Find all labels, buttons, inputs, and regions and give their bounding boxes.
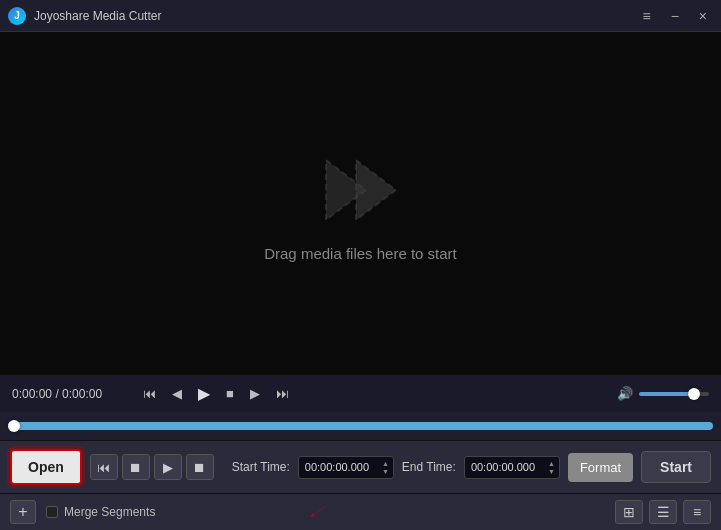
bottom-section: Open ⏮ ⏹ ▶ ⏹ Start Time: 00:00:00.000 ▲ … bbox=[0, 440, 721, 530]
end-time-down[interactable]: ▼ bbox=[548, 468, 555, 475]
settings-button[interactable]: ≡ bbox=[683, 500, 711, 524]
skip-back-button[interactable]: ⏮ bbox=[138, 383, 161, 404]
grid-view-button[interactable]: ⊞ bbox=[615, 500, 643, 524]
app-icon: J bbox=[8, 7, 26, 25]
bottom-top-row: Open ⏮ ⏹ ▶ ⏹ Start Time: 00:00:00.000 ▲ … bbox=[0, 441, 721, 493]
bottom-footer: + Merge Segments ⊞ ☰ ≡ bbox=[0, 493, 721, 530]
segment-controls: ⏮ ⏹ ▶ ⏹ bbox=[90, 454, 214, 480]
stop-button[interactable]: ■ bbox=[221, 383, 239, 404]
merge-segments-area: Merge Segments bbox=[46, 505, 155, 519]
start-time-up[interactable]: ▲ bbox=[382, 460, 389, 467]
app-title: Joyoshare Media Cutter bbox=[34, 9, 636, 23]
seg-play-button[interactable]: ▶ bbox=[154, 454, 182, 480]
video-area: Drag media files here to start bbox=[0, 32, 721, 374]
start-time-label: Start Time: bbox=[232, 460, 290, 474]
end-time-input-group[interactable]: 00:00:00.000 ▲ ▼ bbox=[464, 456, 560, 479]
drag-hint: Drag media files here to start bbox=[264, 245, 457, 262]
playback-controls: 0:00:00 / 0:00:00 ⏮ ◀ ▶ ■ ▶ ⏭ 🔊 bbox=[0, 374, 721, 412]
end-time-spinner[interactable]: ▲ ▼ bbox=[548, 460, 555, 475]
close-button[interactable]: × bbox=[693, 7, 713, 25]
add-segment-button[interactable]: + bbox=[10, 500, 36, 524]
svg-marker-1 bbox=[356, 160, 396, 220]
play-icon-placeholder bbox=[316, 145, 406, 235]
end-time-label: End Time: bbox=[402, 460, 456, 474]
minimize-button[interactable]: − bbox=[665, 7, 685, 25]
start-time-value[interactable]: 00:00:00.000 bbox=[305, 461, 382, 473]
time-display: 0:00:00 / 0:00:00 bbox=[12, 387, 122, 401]
play-button[interactable]: ▶ bbox=[193, 381, 215, 406]
list-view-button[interactable]: ☰ bbox=[649, 500, 677, 524]
skip-forward-button[interactable]: ⏭ bbox=[271, 383, 294, 404]
window-controls: ≡ − × bbox=[636, 7, 713, 25]
start-time-input-group[interactable]: 00:00:00.000 ▲ ▼ bbox=[298, 456, 394, 479]
timeline-thumb[interactable] bbox=[8, 420, 20, 432]
bottom-wrapper: Open ⏮ ⏹ ▶ ⏹ Start Time: 00:00:00.000 ▲ … bbox=[0, 440, 721, 530]
step-back-button[interactable]: ◀ bbox=[167, 383, 187, 404]
format-button[interactable]: Format bbox=[568, 453, 633, 482]
merge-checkbox[interactable] bbox=[46, 506, 58, 518]
seg-mark-out-button[interactable]: ⏹ bbox=[186, 454, 214, 480]
timeline-section bbox=[0, 412, 721, 440]
volume-slider[interactable] bbox=[639, 392, 709, 396]
timeline-track[interactable] bbox=[8, 422, 713, 430]
seg-start-button[interactable]: ⏮ bbox=[90, 454, 118, 480]
start-time-spinner[interactable]: ▲ ▼ bbox=[382, 460, 389, 475]
end-time-up[interactable]: ▲ bbox=[548, 460, 555, 467]
menu-button[interactable]: ≡ bbox=[636, 7, 656, 25]
seg-mark-in-button[interactable]: ⏹ bbox=[122, 454, 150, 480]
open-button[interactable]: Open bbox=[10, 449, 82, 485]
start-button[interactable]: Start bbox=[641, 451, 711, 483]
title-bar: J Joyoshare Media Cutter ≡ − × bbox=[0, 0, 721, 32]
end-time-value[interactable]: 00:00:00.000 bbox=[471, 461, 548, 473]
step-forward-button[interactable]: ▶ bbox=[245, 383, 265, 404]
start-time-down[interactable]: ▼ bbox=[382, 468, 389, 475]
footer-icons: ⊞ ☰ ≡ bbox=[615, 500, 711, 524]
merge-label: Merge Segments bbox=[64, 505, 155, 519]
volume-section: 🔊 bbox=[617, 386, 709, 401]
volume-icon: 🔊 bbox=[617, 386, 633, 401]
